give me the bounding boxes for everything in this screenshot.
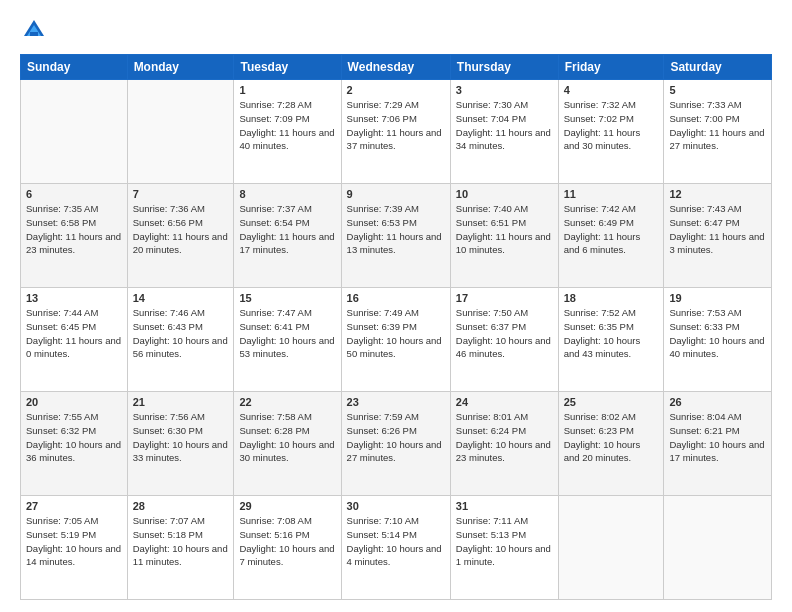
day-number: 9 [347, 188, 445, 200]
weekday-header-friday: Friday [558, 55, 664, 80]
day-info: Sunrise: 8:02 AM Sunset: 6:23 PM Dayligh… [564, 410, 659, 465]
day-info: Sunrise: 7:33 AM Sunset: 7:00 PM Dayligh… [669, 98, 766, 153]
calendar-cell: 13Sunrise: 7:44 AM Sunset: 6:45 PM Dayli… [21, 288, 128, 392]
calendar-cell: 6Sunrise: 7:35 AM Sunset: 6:58 PM Daylig… [21, 184, 128, 288]
day-info: Sunrise: 7:10 AM Sunset: 5:14 PM Dayligh… [347, 514, 445, 569]
calendar-cell: 19Sunrise: 7:53 AM Sunset: 6:33 PM Dayli… [664, 288, 772, 392]
week-row-3: 13Sunrise: 7:44 AM Sunset: 6:45 PM Dayli… [21, 288, 772, 392]
day-info: Sunrise: 7:55 AM Sunset: 6:32 PM Dayligh… [26, 410, 122, 465]
day-number: 2 [347, 84, 445, 96]
day-info: Sunrise: 7:07 AM Sunset: 5:18 PM Dayligh… [133, 514, 229, 569]
calendar-cell: 25Sunrise: 8:02 AM Sunset: 6:23 PM Dayli… [558, 392, 664, 496]
day-info: Sunrise: 7:42 AM Sunset: 6:49 PM Dayligh… [564, 202, 659, 257]
calendar-table: SundayMondayTuesdayWednesdayThursdayFrid… [20, 54, 772, 600]
calendar-cell: 21Sunrise: 7:56 AM Sunset: 6:30 PM Dayli… [127, 392, 234, 496]
day-number: 24 [456, 396, 553, 408]
week-row-2: 6Sunrise: 7:35 AM Sunset: 6:58 PM Daylig… [21, 184, 772, 288]
day-number: 6 [26, 188, 122, 200]
day-number: 1 [239, 84, 335, 96]
day-info: Sunrise: 7:44 AM Sunset: 6:45 PM Dayligh… [26, 306, 122, 361]
day-number: 28 [133, 500, 229, 512]
weekday-header-row: SundayMondayTuesdayWednesdayThursdayFrid… [21, 55, 772, 80]
day-info: Sunrise: 7:37 AM Sunset: 6:54 PM Dayligh… [239, 202, 335, 257]
calendar-cell: 3Sunrise: 7:30 AM Sunset: 7:04 PM Daylig… [450, 80, 558, 184]
day-number: 31 [456, 500, 553, 512]
day-info: Sunrise: 8:04 AM Sunset: 6:21 PM Dayligh… [669, 410, 766, 465]
week-row-5: 27Sunrise: 7:05 AM Sunset: 5:19 PM Dayli… [21, 496, 772, 600]
calendar-cell: 11Sunrise: 7:42 AM Sunset: 6:49 PM Dayli… [558, 184, 664, 288]
day-info: Sunrise: 8:01 AM Sunset: 6:24 PM Dayligh… [456, 410, 553, 465]
day-number: 12 [669, 188, 766, 200]
day-number: 20 [26, 396, 122, 408]
calendar-cell: 28Sunrise: 7:07 AM Sunset: 5:18 PM Dayli… [127, 496, 234, 600]
calendar-cell: 24Sunrise: 8:01 AM Sunset: 6:24 PM Dayli… [450, 392, 558, 496]
weekday-header-saturday: Saturday [664, 55, 772, 80]
day-number: 29 [239, 500, 335, 512]
calendar-cell: 20Sunrise: 7:55 AM Sunset: 6:32 PM Dayli… [21, 392, 128, 496]
day-number: 30 [347, 500, 445, 512]
calendar-cell: 5Sunrise: 7:33 AM Sunset: 7:00 PM Daylig… [664, 80, 772, 184]
calendar-cell: 8Sunrise: 7:37 AM Sunset: 6:54 PM Daylig… [234, 184, 341, 288]
calendar-cell: 16Sunrise: 7:49 AM Sunset: 6:39 PM Dayli… [341, 288, 450, 392]
day-number: 27 [26, 500, 122, 512]
day-info: Sunrise: 7:28 AM Sunset: 7:09 PM Dayligh… [239, 98, 335, 153]
day-info: Sunrise: 7:53 AM Sunset: 6:33 PM Dayligh… [669, 306, 766, 361]
day-number: 3 [456, 84, 553, 96]
calendar-cell: 9Sunrise: 7:39 AM Sunset: 6:53 PM Daylig… [341, 184, 450, 288]
day-number: 15 [239, 292, 335, 304]
day-number: 5 [669, 84, 766, 96]
day-info: Sunrise: 7:56 AM Sunset: 6:30 PM Dayligh… [133, 410, 229, 465]
calendar-cell: 27Sunrise: 7:05 AM Sunset: 5:19 PM Dayli… [21, 496, 128, 600]
calendar-cell: 22Sunrise: 7:58 AM Sunset: 6:28 PM Dayli… [234, 392, 341, 496]
calendar-cell: 1Sunrise: 7:28 AM Sunset: 7:09 PM Daylig… [234, 80, 341, 184]
calendar-cell [558, 496, 664, 600]
day-info: Sunrise: 7:32 AM Sunset: 7:02 PM Dayligh… [564, 98, 659, 153]
weekday-header-monday: Monday [127, 55, 234, 80]
calendar-cell: 14Sunrise: 7:46 AM Sunset: 6:43 PM Dayli… [127, 288, 234, 392]
day-number: 26 [669, 396, 766, 408]
weekday-header-thursday: Thursday [450, 55, 558, 80]
day-number: 21 [133, 396, 229, 408]
day-number: 14 [133, 292, 229, 304]
logo [20, 16, 52, 44]
calendar-cell: 29Sunrise: 7:08 AM Sunset: 5:16 PM Dayli… [234, 496, 341, 600]
weekday-header-wednesday: Wednesday [341, 55, 450, 80]
day-number: 8 [239, 188, 335, 200]
day-number: 4 [564, 84, 659, 96]
calendar-cell [21, 80, 128, 184]
logo-icon [20, 16, 48, 44]
day-info: Sunrise: 7:40 AM Sunset: 6:51 PM Dayligh… [456, 202, 553, 257]
calendar-cell: 23Sunrise: 7:59 AM Sunset: 6:26 PM Dayli… [341, 392, 450, 496]
day-info: Sunrise: 7:59 AM Sunset: 6:26 PM Dayligh… [347, 410, 445, 465]
day-number: 25 [564, 396, 659, 408]
week-row-1: 1Sunrise: 7:28 AM Sunset: 7:09 PM Daylig… [21, 80, 772, 184]
page: SundayMondayTuesdayWednesdayThursdayFrid… [0, 0, 792, 612]
day-number: 19 [669, 292, 766, 304]
day-info: Sunrise: 7:11 AM Sunset: 5:13 PM Dayligh… [456, 514, 553, 569]
calendar-cell: 18Sunrise: 7:52 AM Sunset: 6:35 PM Dayli… [558, 288, 664, 392]
calendar-cell [664, 496, 772, 600]
day-number: 11 [564, 188, 659, 200]
calendar-cell: 2Sunrise: 7:29 AM Sunset: 7:06 PM Daylig… [341, 80, 450, 184]
day-info: Sunrise: 7:39 AM Sunset: 6:53 PM Dayligh… [347, 202, 445, 257]
day-info: Sunrise: 7:05 AM Sunset: 5:19 PM Dayligh… [26, 514, 122, 569]
day-number: 22 [239, 396, 335, 408]
calendar-cell: 31Sunrise: 7:11 AM Sunset: 5:13 PM Dayli… [450, 496, 558, 600]
calendar-cell: 10Sunrise: 7:40 AM Sunset: 6:51 PM Dayli… [450, 184, 558, 288]
day-info: Sunrise: 7:29 AM Sunset: 7:06 PM Dayligh… [347, 98, 445, 153]
weekday-header-sunday: Sunday [21, 55, 128, 80]
day-info: Sunrise: 7:43 AM Sunset: 6:47 PM Dayligh… [669, 202, 766, 257]
calendar-cell: 7Sunrise: 7:36 AM Sunset: 6:56 PM Daylig… [127, 184, 234, 288]
day-number: 17 [456, 292, 553, 304]
calendar-cell [127, 80, 234, 184]
day-number: 23 [347, 396, 445, 408]
day-number: 16 [347, 292, 445, 304]
day-info: Sunrise: 7:49 AM Sunset: 6:39 PM Dayligh… [347, 306, 445, 361]
day-number: 10 [456, 188, 553, 200]
day-info: Sunrise: 7:36 AM Sunset: 6:56 PM Dayligh… [133, 202, 229, 257]
day-number: 18 [564, 292, 659, 304]
day-info: Sunrise: 7:46 AM Sunset: 6:43 PM Dayligh… [133, 306, 229, 361]
calendar-cell: 12Sunrise: 7:43 AM Sunset: 6:47 PM Dayli… [664, 184, 772, 288]
day-info: Sunrise: 7:30 AM Sunset: 7:04 PM Dayligh… [456, 98, 553, 153]
header [20, 16, 772, 44]
